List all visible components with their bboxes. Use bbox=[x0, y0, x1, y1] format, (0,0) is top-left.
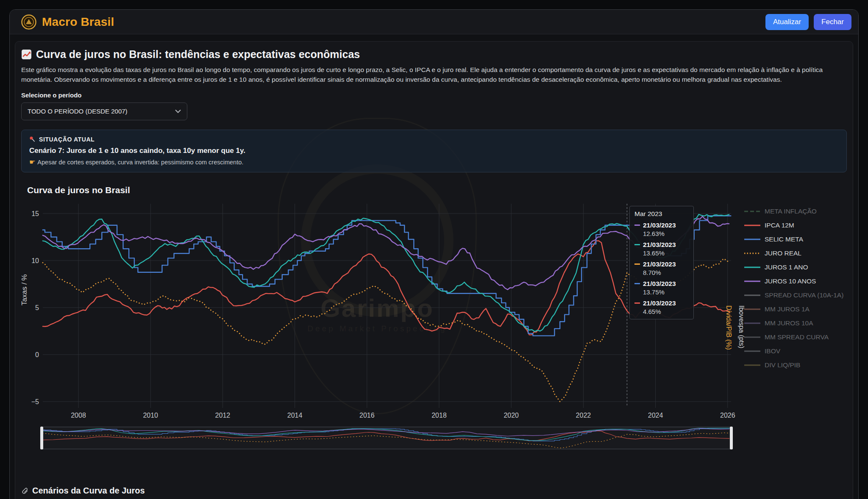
svg-text:2014: 2014 bbox=[287, 412, 303, 419]
situation-note: ☛Apesar de cortes esperados, curva inver… bbox=[29, 158, 839, 166]
period-select-label: Selecione o período bbox=[21, 91, 847, 99]
tooltip-series-mark bbox=[634, 283, 640, 284]
range-slider-handle-right[interactable] bbox=[730, 427, 733, 449]
tooltip-entry: 21/03/202313.75% bbox=[634, 280, 689, 296]
page-title: Curva de juros no Brasil: tendências e e… bbox=[21, 48, 847, 61]
legend-line-sample bbox=[744, 210, 760, 213]
legend-item[interactable]: SELIC META bbox=[744, 233, 843, 247]
page-title-text: Curva de juros no Brasil: tendências e e… bbox=[36, 48, 360, 61]
range-slider-handle-left[interactable] bbox=[40, 427, 43, 449]
series-selic-meta bbox=[42, 216, 731, 335]
tooltip-entries: 21/03/202312.63%21/03/202313.65%21/03/20… bbox=[634, 222, 689, 315]
series-juro-real bbox=[42, 258, 729, 401]
interest-rate-chart-canvas[interactable]: 2008201020122014201620182020202220242026… bbox=[21, 200, 843, 454]
period-select[interactable]: TODO O PERÍODO (DESDE 2007) bbox=[21, 103, 187, 120]
situation-label: SITUAÇÃO ATUAL bbox=[39, 136, 95, 143]
tooltip-series-mark bbox=[634, 244, 640, 245]
legend-line-sample bbox=[744, 336, 760, 338]
tooltip-series-mark bbox=[634, 263, 640, 265]
chart-legend: META INFLAÇÃOIPCA 12MSELIC METAJURO REAL… bbox=[744, 205, 843, 372]
legend-item[interactable]: SPREAD CURVA (10A-1A) bbox=[744, 288, 843, 302]
legend-item[interactable]: JURO REAL bbox=[744, 247, 843, 261]
legend-item[interactable]: JUROS 10 ANOS bbox=[744, 274, 843, 288]
svg-text:2020: 2020 bbox=[504, 412, 519, 419]
legend-item[interactable]: IPCA 12M bbox=[744, 219, 843, 233]
main-card: Garimpo Deep Market Prospecting Curva de… bbox=[15, 41, 853, 499]
legend-item-label: JURO REAL bbox=[765, 250, 801, 257]
legend-item-label: JUROS 1 ANO bbox=[765, 263, 808, 271]
series-ipca-12m bbox=[42, 241, 729, 335]
svg-text:2022: 2022 bbox=[576, 412, 591, 419]
svg-text:2026: 2026 bbox=[720, 412, 735, 419]
series-juros-1-ano bbox=[42, 214, 729, 332]
pointing-hand-icon: ☛ bbox=[29, 158, 35, 166]
tooltip-value: 13.75% bbox=[643, 288, 676, 296]
tooltip-date: 21/03/2023 bbox=[643, 261, 676, 268]
chart-title: Curva de juros no Brasil bbox=[27, 185, 847, 195]
scenarios-heading: Cenários da Curva de Juros bbox=[21, 486, 847, 496]
legend-item-label: SPREAD CURVA (10A-1A) bbox=[765, 291, 843, 299]
legend-item[interactable]: IBOV bbox=[744, 344, 843, 358]
legend-item[interactable]: MM JUROS 10A bbox=[744, 316, 843, 330]
svg-text:2008: 2008 bbox=[71, 412, 86, 419]
legend-line-sample bbox=[744, 252, 760, 255]
chart-increasing-icon bbox=[21, 49, 32, 60]
tooltip-date: 21/03/2023 bbox=[643, 299, 676, 307]
chart-area: 2008201020122014201620182020202220242026… bbox=[21, 200, 847, 459]
svg-text:5: 5 bbox=[35, 304, 39, 311]
top-bar: Macro Brasil Atualizar Fechar bbox=[10, 10, 858, 34]
app-title: Macro Brasil bbox=[42, 15, 114, 29]
refresh-button[interactable]: Atualizar bbox=[765, 14, 809, 30]
interest-rate-chart[interactable]: 2008201020122014201620182020202220242026… bbox=[21, 200, 843, 455]
tooltip-entry: 21/03/20238.70% bbox=[634, 261, 689, 276]
legend-item-label: IPCA 12M bbox=[765, 222, 794, 229]
close-button[interactable]: Fechar bbox=[814, 14, 851, 30]
legend-item[interactable]: JUROS 1 ANO bbox=[744, 261, 843, 274]
legend-line-sample bbox=[744, 294, 760, 297]
pushpin-icon bbox=[29, 136, 36, 142]
brand: Macro Brasil bbox=[21, 14, 114, 30]
svg-text:2024: 2024 bbox=[648, 412, 663, 419]
legend-item-label: MM SPREAD CURVA bbox=[765, 333, 829, 341]
app-frame: Macro Brasil Atualizar Fechar Garimpo De… bbox=[9, 9, 859, 499]
tooltip-entry: 21/03/202312.63% bbox=[634, 222, 689, 237]
legend-item-label: IBOV bbox=[765, 347, 780, 355]
tooltip-entry: 21/03/20234.65% bbox=[634, 299, 689, 315]
tooltip-date: 21/03/2023 bbox=[643, 241, 676, 249]
legend-line-sample bbox=[744, 364, 760, 366]
legend-item-label: META INFLAÇÃO bbox=[765, 208, 817, 215]
situation-label-row: SITUAÇÃO ATUAL bbox=[29, 136, 839, 143]
svg-text:2010: 2010 bbox=[143, 412, 158, 419]
chevron-down-icon bbox=[175, 109, 181, 113]
page-description: Este gráfico mostra a evolução das taxas… bbox=[21, 65, 847, 85]
series-juros-10-anos bbox=[42, 216, 729, 289]
svg-text:−5: −5 bbox=[31, 398, 39, 405]
tooltip-value: 8.70% bbox=[643, 269, 676, 276]
svg-text:0: 0 bbox=[35, 351, 39, 358]
legend-line-sample bbox=[744, 308, 760, 310]
legend-item[interactable]: META INFLAÇÃO bbox=[744, 205, 843, 219]
svg-text:2012: 2012 bbox=[215, 412, 231, 419]
situation-headline: Cenário 7: Juros de 1 e 10 anos caindo, … bbox=[29, 147, 839, 155]
legend-item[interactable]: MM JUROS 1A bbox=[744, 302, 843, 316]
tooltip-date: 21/03/2023 bbox=[643, 280, 676, 288]
legend-item-label: SELIC META bbox=[765, 236, 803, 243]
garimpo-logo-icon bbox=[21, 14, 37, 30]
legend-item[interactable]: DIV LIQ/PIB bbox=[744, 358, 843, 372]
current-situation-panel: SITUAÇÃO ATUAL Cenário 7: Juros de 1 e 1… bbox=[21, 130, 847, 172]
tooltip-value: 13.65% bbox=[643, 250, 676, 257]
svg-text:10: 10 bbox=[31, 257, 39, 264]
tooltip-value: 4.65% bbox=[643, 308, 676, 315]
paperclip-icon bbox=[21, 487, 28, 494]
legend-item-label: MM JUROS 10A bbox=[765, 319, 813, 327]
tooltip-title: Mar 2023 bbox=[634, 210, 689, 218]
legend-item-label: MM JUROS 1A bbox=[765, 305, 810, 313]
tooltip-date: 21/03/2023 bbox=[643, 222, 676, 229]
legend-line-sample bbox=[744, 238, 760, 241]
tooltip-series-mark bbox=[634, 302, 640, 304]
legend-item-label: DIV LIQ/PIB bbox=[765, 361, 800, 369]
tooltip-value: 12.63% bbox=[643, 230, 676, 237]
legend-item[interactable]: MM SPREAD CURVA bbox=[744, 330, 843, 344]
svg-text:2016: 2016 bbox=[359, 412, 375, 419]
legend-line-sample bbox=[744, 350, 760, 352]
